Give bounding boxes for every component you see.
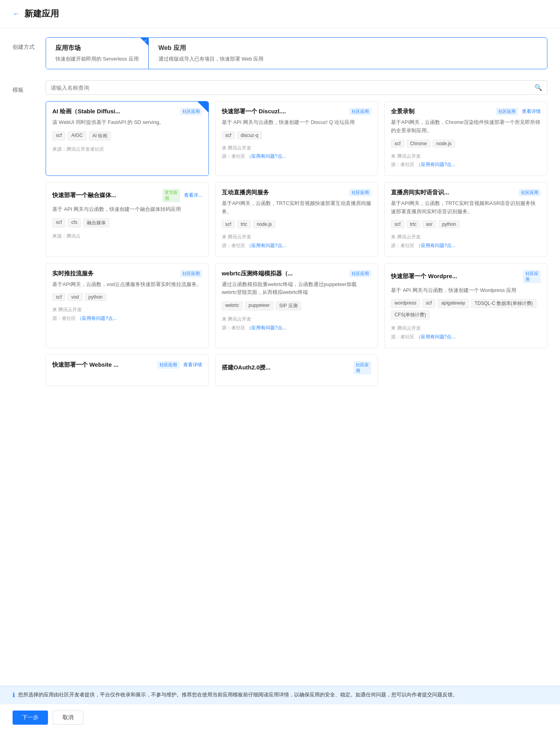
tag: scf bbox=[391, 220, 404, 228]
card-title-8: webrtc压测终端模拟器（... bbox=[222, 270, 347, 277]
notice-icon: ℹ bbox=[13, 691, 15, 699]
app-card-11[interactable]: 搭建OAuth2.0授... 社区应用 bbox=[215, 354, 378, 386]
issue-link-5[interactable]: （应用有问题?点... bbox=[247, 243, 286, 248]
tag: AIGC bbox=[68, 131, 86, 140]
app-market-title: 应用市场 bbox=[55, 44, 139, 52]
tag: scf bbox=[422, 299, 435, 308]
card-header-row-2: 快速部署一个 Discuzl.... 社区应用 bbox=[222, 108, 372, 115]
card-tags-3: scf Chrome node.js bbox=[391, 140, 541, 148]
card-source-1: 来源：腾讯云开发者社区 bbox=[52, 145, 202, 154]
badge-official-4: 官方应用 bbox=[162, 189, 180, 202]
cards-grid: AI 绘画（Stable Diffusi... 社区应用 该 WebUI 同时提… bbox=[46, 101, 547, 386]
tag: wordpress bbox=[391, 299, 420, 308]
app-card-5[interactable]: 互动直播房间服务 社区应用 基于API网关，云函数，TRTC实时音视频快速部署互… bbox=[215, 182, 378, 257]
card-source-3: 来 腾讯云开发源：者社区 （应用有问题?点... bbox=[391, 152, 541, 169]
card-title-3: 全景录制 bbox=[391, 108, 494, 115]
template-section: 模板 🔍 AI 绘画（Stable Diffusi... 社区应用 bbox=[13, 80, 547, 386]
badge-community-6: 社区应用 bbox=[519, 189, 541, 196]
tag: python bbox=[85, 293, 106, 301]
issue-link-8[interactable]: （应用有问题?点... bbox=[247, 325, 286, 330]
app-card-10[interactable]: 快速部署一个 Website ... 社区应用 查看详情 bbox=[46, 354, 209, 386]
view-detail-4[interactable]: 查看详... bbox=[184, 192, 202, 199]
badge-community-10: 社区应用 bbox=[157, 361, 179, 369]
tag: python bbox=[438, 220, 460, 228]
tag: CFS(单独计费) bbox=[391, 310, 429, 319]
app-card-4[interactable]: 快速部署一个融合媒体... 官方应用 查看详... 基于 API 网关与云函数，… bbox=[46, 182, 209, 257]
card-title-6: 直播房间实时语音识... bbox=[391, 189, 516, 196]
tag: trtc bbox=[407, 220, 420, 228]
badge-community-7: 社区应用 bbox=[180, 270, 202, 277]
footer: 下一步 取消 bbox=[0, 704, 560, 731]
badge-community-5: 社区应用 bbox=[349, 189, 371, 196]
card-header-row-1: AI 绘画（Stable Diffusi... 社区应用 bbox=[52, 108, 202, 115]
card-tags-7: scf vod python bbox=[52, 293, 202, 301]
card-header-row-11: 搭建OAuth2.0授... 社区应用 bbox=[222, 361, 372, 375]
card-source-7: 来 腾讯云开发源：者社区 （应用有问题?点... bbox=[52, 306, 202, 323]
template-area: 🔍 AI 绘画（Stable Diffusi... 社区应用 该 WebUI 同… bbox=[46, 80, 547, 386]
app-card-3[interactable]: 全景录制 社区应用 查看详情 基于API网关，云函数，Chrome渲染组件快速部… bbox=[384, 101, 547, 176]
card-corner-1 bbox=[197, 102, 208, 113]
issue-link-3[interactable]: （应用有问题?点... bbox=[416, 162, 456, 167]
badge-community-11: 社区应用 bbox=[354, 361, 371, 375]
app-card-7[interactable]: 实时推拉流服务 社区应用 基于API网关，云函数，vod云点播服务快速部署实时推… bbox=[46, 263, 209, 348]
card-tags-9: wordpress scf apigateway TDSQL-C 数据库(单独计… bbox=[391, 299, 541, 319]
tag: scf bbox=[52, 293, 65, 301]
card-tags-5: scf trtc node.js bbox=[222, 220, 372, 228]
issue-link-6[interactable]: （应用有问题?点... bbox=[416, 243, 456, 248]
creation-options: 应用市场 快速创建开箱即用的 Serverless 应用 Web 应用 通过模版… bbox=[46, 37, 547, 69]
tag: TDSQL-C 数据库(单独计费) bbox=[471, 299, 536, 308]
app-card-6[interactable]: 直播房间实时语音识... 社区应用 基于API网关，云函数，TRTC实时音视频和… bbox=[384, 182, 547, 257]
template-label: 模板 bbox=[13, 80, 36, 94]
issue-link-7[interactable]: （应用有问题?点... bbox=[77, 316, 117, 321]
card-source-6: 来 腾讯云开发源：者社区 （应用有问题?点... bbox=[391, 233, 541, 250]
tag: asr bbox=[422, 220, 436, 228]
notice-bar: ℹ 您所选择的应用由社区开发者提供，平台仅作收录和展示，不参与维护。推荐您在使用… bbox=[0, 686, 560, 704]
creation-card-app-market[interactable]: 应用市场 快速创建开箱即用的 Serverless 应用 bbox=[46, 38, 149, 69]
app-card-9[interactable]: 快速部署一个 Wordpre... 社区应用 基于 API 网关与云函数，快速创… bbox=[384, 263, 547, 348]
web-app-desc: 通过模版或导入已有项目，快速部署 Web 应用 bbox=[158, 55, 264, 63]
tag: cfs bbox=[68, 218, 81, 227]
card-header-row-9: 快速部署一个 Wordpre... 社区应用 bbox=[391, 270, 541, 283]
card-tags-2: scf discuz-q bbox=[222, 131, 372, 139]
card-title-7: 实时推拉流服务 bbox=[52, 270, 178, 277]
tag: 融合媒体 bbox=[83, 218, 109, 227]
tag: scf bbox=[222, 220, 235, 228]
creation-options-wrapper: 应用市场 快速创建开箱即用的 Serverless 应用 Web 应用 通过模版… bbox=[46, 37, 547, 69]
tag: node.js bbox=[433, 140, 455, 148]
card-title-2: 快速部署一个 Discuzl.... bbox=[222, 108, 347, 115]
issue-link-2[interactable]: （应用有问题?点... bbox=[247, 153, 286, 159]
cancel-button[interactable]: 取消 bbox=[53, 711, 83, 725]
app-card-8[interactable]: webrtc压测终端模拟器（... 社区应用 通过云函数模拟批量webrtc终端… bbox=[215, 263, 378, 348]
tag: puppeteer bbox=[245, 301, 273, 310]
creation-card-web-app[interactable]: Web 应用 通过模版或导入已有项目，快速部署 Web 应用 bbox=[149, 38, 273, 69]
card-desc-5: 基于API网关，云函数，TRTC实时音视频快速部署互动直播房间服务。 bbox=[222, 199, 372, 216]
search-input[interactable] bbox=[51, 85, 534, 91]
card-source-2: 来 腾讯云开发源：者社区 （应用有问题?点... bbox=[222, 144, 372, 161]
card-desc-9: 基于 API 网关与云函数，快速创建一个 Wordpress 应用 bbox=[391, 286, 541, 295]
card-title-11: 搭建OAuth2.0授... bbox=[222, 364, 352, 371]
content-area: 创建方式 应用市场 快速创建开箱即用的 Serverless 应用 Web 应用… bbox=[0, 28, 560, 686]
creation-section: 创建方式 应用市场 快速创建开箱即用的 Serverless 应用 Web 应用… bbox=[13, 37, 547, 69]
card-header-row-7: 实时推拉流服务 社区应用 bbox=[52, 270, 202, 277]
card-header-row-6: 直播房间实时语音识... 社区应用 bbox=[391, 189, 541, 196]
badge-community-3: 社区应用 bbox=[496, 108, 518, 115]
card-header-row-4: 快速部署一个融合媒体... 官方应用 查看详... bbox=[52, 189, 202, 202]
card-source-8: 来 腾讯云开发源：者社区 （应用有问题?点... bbox=[222, 315, 372, 332]
search-icon: 🔍 bbox=[534, 84, 542, 91]
issue-link-9[interactable]: （应用有问题?点... bbox=[416, 334, 456, 340]
view-detail-3[interactable]: 查看详情 bbox=[522, 108, 541, 115]
tag: discuz-q bbox=[237, 131, 262, 139]
card-desc-4: 基于 API 网关与云函数，快速创建一个融合媒体转码应用 bbox=[52, 205, 202, 214]
app-card-2[interactable]: 快速部署一个 Discuzl.... 社区应用 基于 API 网关与云函数，快速… bbox=[215, 101, 378, 176]
card-desc-7: 基于API网关，云函数，vod云点播服务快速部署实时推拉流服务。 bbox=[52, 281, 202, 289]
search-box: 🔍 bbox=[46, 80, 547, 95]
view-detail-10[interactable]: 查看详情 bbox=[183, 362, 202, 368]
next-button[interactable]: 下一步 bbox=[13, 711, 48, 725]
card-header-row-3: 全景录制 社区应用 查看详情 bbox=[391, 108, 541, 115]
app-market-desc: 快速创建开箱即用的 Serverless 应用 bbox=[55, 55, 139, 63]
app-card-1[interactable]: AI 绘画（Stable Diffusi... 社区应用 该 WebUI 同时提… bbox=[46, 101, 209, 176]
back-button[interactable]: ← bbox=[13, 10, 20, 18]
card-source-9: 来 腾讯云开发源：者社区 （应用有问题?点... bbox=[391, 324, 541, 341]
card-source-5: 来 腾讯云开发源：者社区 （应用有问题?点... bbox=[222, 233, 372, 250]
card-header-row-5: 互动直播房间服务 社区应用 bbox=[222, 189, 372, 196]
